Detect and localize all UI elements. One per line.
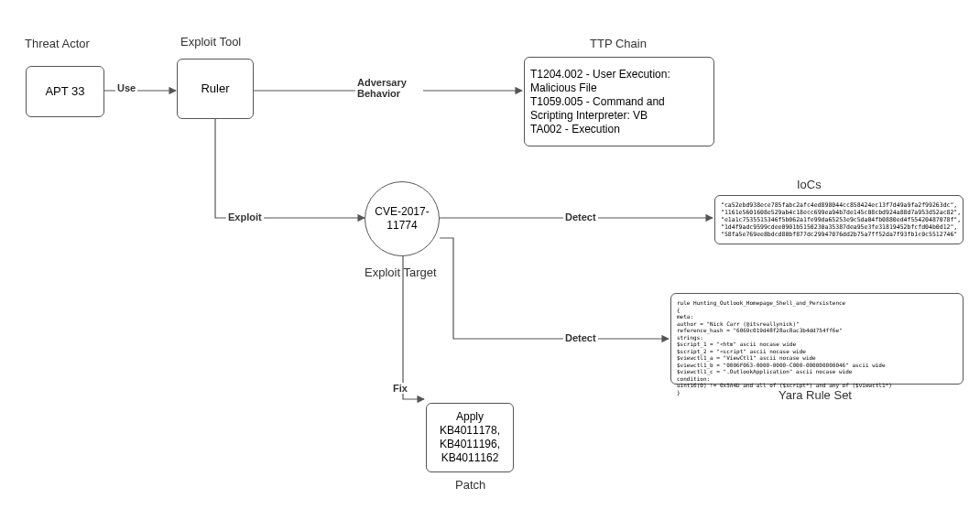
ttp-text: T1204.002 - User Execution: Malicious Fi…	[530, 68, 708, 136]
ttp-node: T1204.002 - User Execution: Malicious Fi…	[524, 57, 714, 146]
tool-name: Ruler	[201, 81, 229, 96]
iocs-node: "ca52ebd938ece785fabc2afc4ed898044cc8584…	[714, 195, 964, 244]
yara-label: Yara Rule Set	[779, 388, 852, 402]
target-node: CVE-2017-11774	[365, 181, 440, 256]
actor-name: APT 33	[45, 84, 84, 99]
patch-name: Apply KB4011178, KB4011196, KB4011162	[432, 410, 507, 465]
tool-node: Ruler	[177, 59, 254, 119]
yara-text: rule Hunting_Outlook_Homepage_Shell_and_…	[677, 299, 892, 396]
ttp-label: TTP Chain	[590, 37, 647, 50]
target-name: CVE-2017-11774	[371, 205, 433, 233]
edge-detect-yara: Detect	[563, 332, 598, 343]
actor-label: Threat Actor	[25, 37, 90, 50]
tool-label: Exploit Tool	[180, 35, 241, 49]
iocs-label: IoCs	[797, 178, 822, 191]
iocs-text: "ca52ebd938ece785fabc2afc4ed898044cc8584…	[721, 201, 961, 239]
edge-fix: Fix	[391, 383, 409, 394]
edge-use: Use	[115, 82, 137, 93]
patch-label: Patch	[455, 478, 485, 492]
actor-node: APT 33	[26, 66, 104, 117]
target-label: Exploit Target	[365, 266, 437, 279]
edge-exploit: Exploit	[226, 211, 264, 222]
patch-node: Apply KB4011178, KB4011196, KB4011162	[426, 403, 514, 472]
edge-detect-iocs: Detect	[563, 211, 598, 222]
yara-node: rule Hunting_Outlook_Homepage_Shell_and_…	[670, 293, 964, 385]
edge-adversary-behavior: Adversary Behavior	[355, 77, 423, 99]
